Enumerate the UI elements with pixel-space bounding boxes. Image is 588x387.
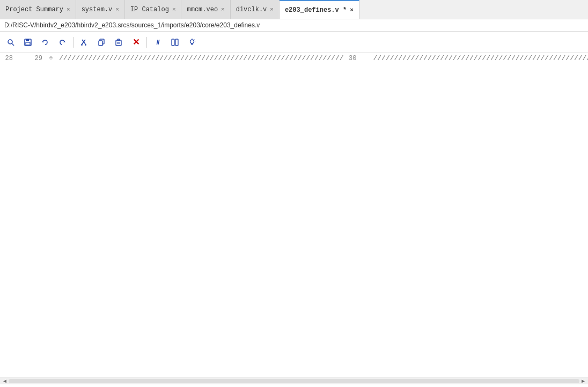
- undo-button[interactable]: [38, 35, 53, 50]
- tab-mmcm-veo[interactable]: mmcm.veo×: [181, 0, 230, 19]
- svg-rect-18: [175, 39, 178, 46]
- comment-icon: //: [156, 38, 159, 46]
- delete-icon: ✕: [133, 37, 139, 47]
- bulb-icon: [188, 39, 196, 46]
- tab-close[interactable]: ×: [221, 6, 225, 13]
- redo-button[interactable]: [55, 35, 70, 50]
- toolbar: ✕ //: [0, 32, 588, 53]
- cut-icon: [80, 39, 88, 46]
- tab-bar: Project Summary×system.v×IP Catalog×mmcm…: [0, 0, 588, 19]
- svg-point-10: [85, 44, 86, 46]
- table-row: 29⊖/////////////////////////////////////…: [30, 53, 344, 377]
- search-icon: [7, 39, 14, 46]
- bulb-button[interactable]: [185, 35, 200, 50]
- line-number: 29: [30, 53, 47, 64]
- svg-line-21: [194, 39, 195, 40]
- columns-button[interactable]: [167, 35, 182, 50]
- line-number: 30: [344, 53, 361, 64]
- copy-icon: [98, 39, 105, 46]
- svg-rect-4: [26, 42, 30, 45]
- tab-close[interactable]: ×: [172, 6, 176, 13]
- svg-rect-12: [99, 41, 102, 46]
- line-number: 28: [0, 53, 17, 64]
- copy-button[interactable]: [94, 35, 109, 50]
- save-icon: [24, 39, 32, 46]
- code-line: ////////////////////////////////////////…: [57, 53, 344, 64]
- tab-label: Project Summary: [5, 6, 63, 13]
- scroll-left-arrow[interactable]: ◀: [1, 378, 9, 384]
- scroll-track[interactable]: [9, 379, 579, 383]
- svg-rect-3: [26, 39, 29, 41]
- tab-label: mmcm.veo: [187, 6, 218, 13]
- toolbar-divider-1: [73, 37, 74, 48]
- undo-icon: [41, 39, 49, 46]
- delete-button[interactable]: ✕: [128, 35, 143, 50]
- tab-system-v[interactable]: system.v×: [76, 0, 125, 19]
- cut-button[interactable]: [77, 35, 92, 50]
- code-line: ////////////////////////////////////////…: [371, 53, 589, 64]
- tab-e203-defines[interactable]: e203_defines.v *×: [280, 0, 359, 19]
- svg-line-1: [12, 43, 14, 46]
- tab-project-summary[interactable]: Project Summary×: [0, 0, 76, 19]
- save-button[interactable]: [20, 35, 35, 50]
- tab-label: divclk.v: [236, 6, 267, 13]
- paste-button[interactable]: [111, 35, 126, 50]
- fold-indicator[interactable]: ⊖: [47, 53, 55, 64]
- svg-point-9: [81, 44, 83, 46]
- search-button[interactable]: [3, 35, 18, 50]
- svg-rect-17: [172, 39, 174, 46]
- tab-close[interactable]: ×: [67, 6, 70, 13]
- tab-close[interactable]: ×: [270, 6, 274, 13]
- svg-point-19: [190, 40, 194, 43]
- tab-close[interactable]: ×: [350, 7, 354, 13]
- table-row: 30//////////////////////////////////////…: [344, 53, 589, 377]
- columns-icon: [171, 39, 179, 46]
- toolbar-divider-2: [146, 37, 147, 48]
- tab-label: system.v: [82, 6, 113, 13]
- paste-icon: [115, 39, 122, 46]
- svg-point-0: [8, 40, 12, 44]
- tab-close[interactable]: ×: [115, 6, 119, 13]
- tab-ip-catalog[interactable]: IP Catalog×: [125, 0, 182, 19]
- horizontal-scrollbar[interactable]: ◀ ▶: [0, 377, 588, 384]
- tab-label: IP Catalog: [130, 6, 169, 13]
- tab-divclk-v[interactable]: divclk.v×: [231, 0, 280, 19]
- tab-label: e203_defines.v *: [285, 6, 347, 14]
- redo-icon: [58, 39, 66, 46]
- filepath: D:/RISC-V/hbirdv2_e203/hbirdv2_e203.srcs…: [0, 19, 588, 32]
- code-editor: 2829⊖///////////////////////////////////…: [0, 53, 588, 377]
- scroll-right-arrow[interactable]: ▶: [579, 378, 587, 384]
- comment-button[interactable]: //: [150, 35, 165, 50]
- table-row: 28: [0, 53, 30, 377]
